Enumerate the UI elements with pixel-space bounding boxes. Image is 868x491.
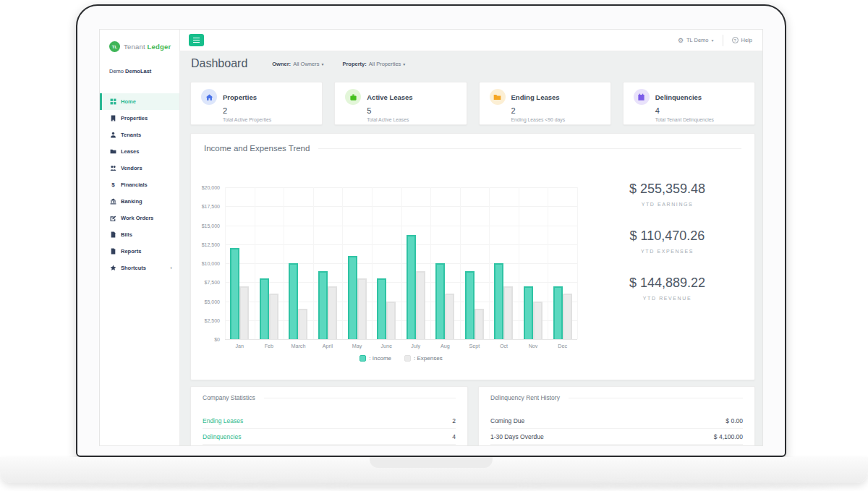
bar-income (289, 263, 298, 339)
stat-card-title: Delinquencies (655, 93, 702, 101)
property-filter-dropdown[interactable]: Property: All Properties ▾ (342, 61, 405, 67)
bar-group (225, 187, 255, 339)
chevron-down-icon: ▾ (403, 61, 405, 67)
y-tick-label: $0 (191, 337, 220, 342)
chart-card-header: Income and Expenses Trend (204, 144, 741, 153)
dashboard-grid-icon (110, 98, 116, 105)
sidebar-item-label: Vendors (121, 165, 142, 171)
help-menu[interactable]: ? Help (732, 37, 752, 43)
stat-card-delinquencies: Delinquencies 4 Total Tenant Delinquenci… (623, 82, 755, 125)
user-last-name: DemoLast (125, 68, 151, 74)
laptop-shadow (29, 483, 839, 489)
y-tick-label: $15,000 (191, 223, 220, 228)
account-menu[interactable]: ⚙ TL Demo ▾ (678, 37, 714, 44)
stat-card-header: Delinquencies (634, 89, 754, 105)
sidebar-item-label: Financials (121, 182, 148, 188)
sidebar-item-reports[interactable]: Reports (100, 243, 179, 260)
stat-card-value: 2 (223, 106, 322, 115)
sidebar-item-work-orders[interactable]: Work Orders (100, 210, 179, 226)
gridline (577, 187, 578, 339)
legend-swatch (404, 355, 411, 362)
sidebar-item-financials[interactable]: $ Financials (100, 176, 179, 193)
sidebar-item-vendors[interactable]: Vendors (100, 160, 179, 176)
bar-group (430, 187, 460, 339)
bar-expenses (533, 302, 542, 340)
y-tick-label: $2,500 (191, 317, 220, 323)
topbar-right: ⚙ TL Demo ▾ ? Help (678, 35, 762, 46)
stat-card-active-leases: Active Leases 5 Total Active Leases (334, 82, 467, 125)
sidebar-menu: Home Properties Tenants Leases (100, 93, 179, 276)
sidebar-item-tenants[interactable]: Tenants (100, 127, 179, 143)
card-rows: Ending Leases 2 Delinquencies 4 (203, 413, 456, 445)
hamburger-icon (193, 38, 200, 43)
sidebar-item-bills[interactable]: Bills (100, 226, 179, 243)
gridline (225, 339, 577, 340)
bar-income (230, 248, 239, 339)
legend-item-income: : Income (359, 355, 391, 362)
bar-income (465, 271, 475, 340)
x-axis-label: June (372, 343, 401, 349)
bar-expenses (357, 278, 367, 339)
ending-leases-link[interactable]: Ending Leases (203, 417, 243, 424)
stat-card-value: 5 (367, 106, 466, 115)
ytd-expenses-value: $ 110,470.26 (593, 229, 741, 244)
laptop-hinge-notch (370, 457, 493, 468)
stat-card-title: Properties (223, 93, 257, 101)
bar-group (460, 187, 490, 339)
stat-cards-row: Properties 2 Total Active Properties Act… (190, 82, 755, 125)
sidebar-toggle-button[interactable] (189, 34, 204, 46)
owner-filter-label: Owner: (272, 61, 291, 67)
user-first-name: Demo (109, 68, 124, 74)
x-axis-label: Oct (489, 343, 519, 349)
brand-logo[interactable]: TL Tenant Ledger (100, 30, 179, 52)
dollar-icon: $ (110, 182, 116, 188)
ytd-revenue: $ 144,889.22 YTD REVENUE (593, 276, 741, 301)
sidebar-item-home[interactable]: Home (100, 93, 179, 110)
x-axis-label: April (313, 343, 343, 349)
sidebar-item-label: Banking (121, 198, 142, 205)
folder-icon (490, 89, 506, 105)
x-axis-label: Nov (519, 343, 548, 349)
help-label: Help (741, 37, 752, 43)
table-row: Coming Due $ 0.00 (490, 413, 743, 429)
chevron-down-icon: ▾ (321, 61, 323, 67)
stat-card-header: Ending Leases (490, 89, 610, 105)
help-icon: ? (732, 37, 739, 43)
stat-card-title: Active Leases (367, 93, 412, 101)
owner-filter-value: All Owners (293, 61, 319, 67)
sidebar-item-banking[interactable]: Banking (100, 193, 179, 210)
stat-card-properties: Properties 2 Total Active Properties (190, 82, 323, 125)
sidebar-item-shortcuts[interactable]: Shortcuts ‹ (100, 260, 179, 276)
bar-group (255, 187, 284, 339)
sidebar-item-properties[interactable]: Properties (100, 110, 179, 127)
bank-icon (110, 198, 116, 205)
bar-expenses (475, 309, 484, 339)
chart-x-axis: JanFebMarchAprilMayJuneJulyAugSeptOctNov… (225, 343, 577, 349)
x-axis-label: May (342, 343, 372, 349)
sidebar-item-label: Properties (121, 115, 148, 121)
income-expenses-chart-card: Income and Expenses Trend $20,000$17,500… (190, 133, 755, 380)
bar-income (494, 263, 503, 339)
table-row: Delinquencies 4 (203, 429, 456, 445)
calendar-icon (634, 89, 650, 105)
delinquency-rent-history-card: Delinquency Rent History Coming Due $ 0.… (478, 386, 755, 445)
chart-title: Income and Expenses Trend (204, 144, 310, 153)
filters: Owner: All Owners ▾ Property: All Proper… (272, 61, 405, 67)
owner-filter-dropdown[interactable]: Owner: All Owners ▾ (272, 61, 323, 67)
page-title: Dashboard (191, 57, 247, 70)
delinquencies-link[interactable]: Delinquencies (203, 433, 241, 440)
brand-logo-icon: TL (109, 41, 120, 52)
x-axis-label: Aug (430, 343, 460, 349)
brand-name: Tenant Ledger (124, 43, 171, 51)
collapse-chevron-icon[interactable]: ‹ (170, 265, 172, 271)
sidebar-item-label: Shortcuts (121, 265, 146, 271)
property-filter-value: All Properties (369, 61, 401, 67)
stat-card-subtitle: Ending Leases <90 days (511, 117, 610, 122)
ytd-expenses: $ 110,470.26 YTD EXPENSES (593, 229, 741, 254)
row-value: $ 4,100.00 (714, 433, 743, 440)
row-value: 2 (452, 417, 456, 424)
bar-group (489, 187, 519, 339)
chart-legend: : Income: Expenses (225, 355, 577, 362)
sidebar-item-leases[interactable]: Leases (100, 143, 179, 160)
folder-icon (110, 148, 116, 155)
